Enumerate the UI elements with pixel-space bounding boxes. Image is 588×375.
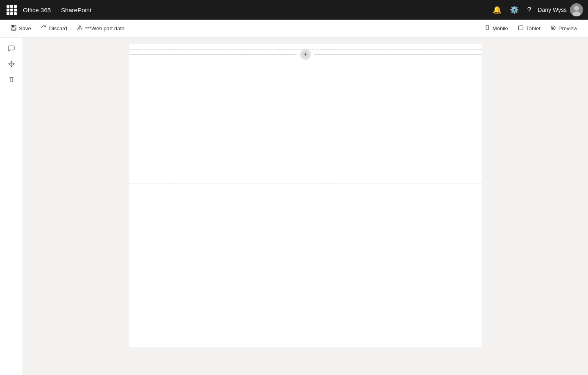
- add-line-right: [314, 54, 482, 55]
- office365-label[interactable]: Office 365: [23, 7, 51, 14]
- waffle-dot: [7, 9, 9, 11]
- mobile-label: Mobile: [493, 25, 508, 32]
- tablet-view-button[interactable]: Tablet: [514, 23, 545, 34]
- notification-icon[interactable]: 🔔: [493, 5, 502, 14]
- view-buttons: Mobile Tablet Preview: [480, 23, 581, 34]
- waffle-grid-icon: [7, 5, 17, 15]
- svg-rect-5: [12, 28, 15, 30]
- waffle-dot: [10, 9, 13, 11]
- waffle-dot: [14, 5, 17, 8]
- waffle-menu[interactable]: [5, 3, 18, 16]
- move-tool[interactable]: [5, 57, 18, 70]
- help-icon[interactable]: ?: [527, 6, 531, 14]
- edit-toolbar: Save Discard ***Web part data: [0, 20, 588, 38]
- avatar: [570, 3, 583, 16]
- svg-rect-4: [12, 25, 14, 27]
- bottom-content-area: [129, 183, 482, 347]
- section-body: [129, 44, 482, 159]
- top-nav: Office 365 SharePoint 🔔 ⚙️ ? Dany Wyss: [0, 0, 588, 20]
- discard-label: Discard: [49, 25, 67, 32]
- waffle-dot: [10, 5, 13, 8]
- tablet-icon: [518, 25, 524, 32]
- svg-point-12: [551, 26, 555, 30]
- settings-icon[interactable]: ⚙️: [510, 5, 519, 14]
- mobile-icon: [484, 25, 490, 32]
- sidebar-tools: [0, 38, 23, 375]
- svg-point-1: [574, 6, 579, 11]
- editor-area: +: [23, 38, 588, 375]
- add-line-left: [129, 54, 297, 55]
- web-part-section: +: [129, 44, 482, 183]
- webpart-data-label: ***Web part data: [85, 25, 125, 32]
- username-label: Dany Wyss: [538, 7, 567, 13]
- page-canvas: +: [129, 44, 482, 347]
- preview-button[interactable]: Preview: [546, 23, 581, 34]
- waffle-dot: [7, 5, 9, 8]
- waffle-dot: [14, 12, 17, 15]
- svg-point-11: [522, 27, 523, 28]
- svg-point-9: [487, 29, 487, 29]
- tablet-label: Tablet: [526, 25, 541, 32]
- waffle-dot: [10, 12, 13, 15]
- discard-button[interactable]: Discard: [37, 23, 71, 34]
- waffle-dot: [7, 12, 9, 15]
- nav-divider: [56, 5, 56, 15]
- main-content: +: [0, 38, 588, 375]
- plus-icon: +: [303, 51, 308, 58]
- save-icon: [11, 25, 16, 32]
- webpart-data-button[interactable]: ***Web part data: [73, 23, 129, 34]
- mobile-view-button[interactable]: Mobile: [480, 23, 512, 34]
- user-menu[interactable]: Dany Wyss: [538, 3, 583, 16]
- warning-icon: [77, 25, 83, 32]
- add-webpart-button[interactable]: +: [300, 49, 311, 60]
- delete-tool[interactable]: [5, 73, 18, 86]
- save-label: Save: [19, 25, 31, 32]
- discard-icon: [41, 25, 47, 32]
- nav-icons: 🔔 ⚙️ ?: [493, 5, 531, 14]
- save-button[interactable]: Save: [7, 23, 35, 34]
- preview-icon: [550, 25, 556, 32]
- section-bottom-border: [129, 183, 482, 183]
- svg-point-7: [79, 29, 80, 29]
- sharepoint-label[interactable]: SharePoint: [61, 7, 91, 14]
- svg-point-13: [552, 27, 554, 29]
- add-webpart-row: +: [129, 49, 482, 60]
- comment-tool[interactable]: [5, 42, 18, 55]
- preview-label: Preview: [559, 25, 577, 32]
- waffle-dot: [14, 9, 17, 11]
